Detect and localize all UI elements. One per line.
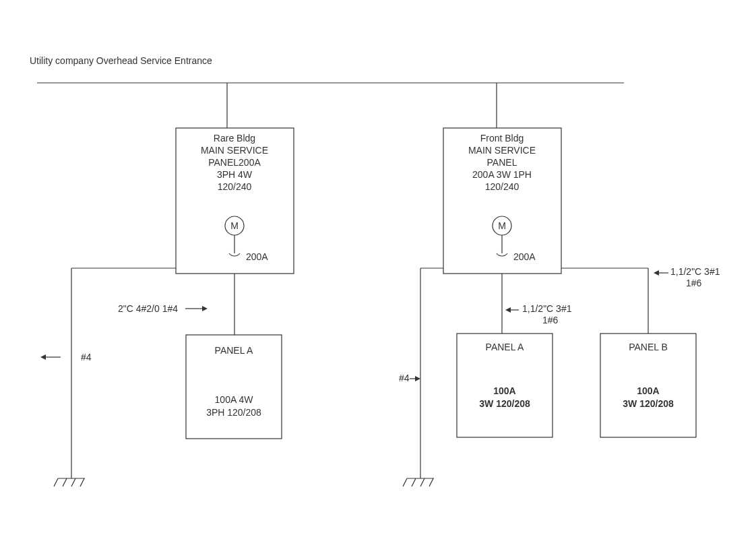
arrow-left-icon — [40, 354, 61, 360]
svg-line-11 — [80, 478, 84, 486]
ground1-label: #4 — [81, 352, 92, 363]
svg-line-20 — [412, 478, 416, 486]
front-main-breaker-label: M — [498, 220, 506, 231]
front-bldg-line5: 120/240 — [485, 181, 519, 192]
front-bldg-line4: 200A 3W 1PH — [472, 169, 532, 180]
svg-line-9 — [63, 478, 67, 486]
panel-b: PANEL B 100A 3W 120/208 — [600, 334, 696, 437]
svg-marker-24 — [415, 376, 420, 381]
svg-line-19 — [403, 478, 407, 486]
diagram-title: Utility company Overhead Service Entranc… — [30, 55, 212, 66]
feeder1-label: 2"C 4#2/0 1#4 — [118, 303, 178, 314]
svg-marker-15 — [505, 307, 511, 313]
feeder3-label-a: 1,1/2"C 3#1 — [670, 266, 720, 277]
arrow-left-icon — [654, 270, 668, 276]
panel-b-l1: 100A — [637, 385, 659, 396]
rare-bldg-main-panel: Rare Bldg MAIN SERVICE PANEL200A 3PH 4W … — [176, 128, 294, 274]
front-breaker-rating: 200A — [513, 251, 536, 262]
rare-bldg-line3: PANEL200A — [208, 157, 261, 168]
front-bldg-main-panel: Front Bldg MAIN SERVICE PANEL 200A 3W 1P… — [443, 128, 561, 274]
rare-bldg-line5: 120/240 — [218, 181, 252, 192]
panel-a-right-name: PANEL A — [486, 342, 524, 352]
feeder2-label-b: 1#6 — [542, 315, 559, 325]
rare-main-breaker-label: M — [230, 220, 239, 231]
arrow-left-icon — [505, 307, 519, 313]
arrow-right-icon — [185, 306, 208, 311]
rare-breaker-rating: 200A — [246, 251, 268, 262]
rare-bldg-line4: 3PH 4W — [217, 169, 253, 180]
feeder2-label-a: 1,1/2"C 3#1 — [522, 303, 572, 314]
panel-a-left-l2: 3PH 120/208 — [206, 407, 261, 418]
panel-a-left: PANEL A 100A 4W 3PH 120/208 — [186, 335, 282, 439]
svg-line-8 — [54, 478, 58, 486]
feeder3-label-b: 1#6 — [686, 278, 702, 288]
svg-line-22 — [429, 478, 433, 486]
panel-b-name: PANEL B — [629, 342, 668, 352]
ground-symbol-icon — [54, 478, 85, 486]
front-bldg-line2: MAIN SERVICE — [468, 145, 536, 156]
svg-line-21 — [420, 478, 424, 486]
ground2-label: #4 — [399, 373, 410, 383]
panel-a-right-l2: 3W 120/208 — [479, 398, 530, 409]
svg-line-10 — [71, 478, 75, 486]
arrow-right-icon — [410, 376, 420, 381]
panel-a-left-l1: 100A 4W — [215, 394, 254, 405]
svg-marker-5 — [202, 306, 208, 311]
svg-marker-17 — [654, 270, 659, 276]
front-bldg-line1: Front Bldg — [480, 133, 524, 144]
panel-a-right-l1: 100A — [493, 385, 515, 396]
panel-a-left-name: PANEL A — [215, 345, 253, 356]
ground-symbol-icon — [403, 478, 434, 486]
rare-bldg-line2: MAIN SERVICE — [201, 145, 268, 156]
panel-b-l2: 3W 120/208 — [623, 398, 674, 409]
rare-bldg-line1: Rare Bldg — [214, 133, 255, 144]
svg-marker-13 — [40, 354, 46, 360]
electrical-one-line-diagram: Utility company Overhead Service Entranc… — [0, 0, 756, 535]
panel-a-right: PANEL A 100A 3W 120/208 — [457, 334, 553, 437]
front-bldg-line3: PANEL — [487, 157, 517, 168]
